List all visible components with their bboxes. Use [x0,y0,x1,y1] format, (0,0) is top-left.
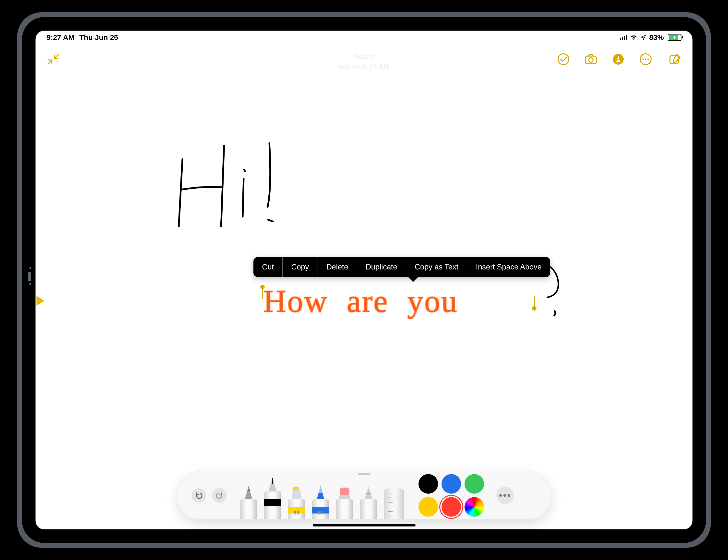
swatch-green[interactable] [465,474,484,494]
undo-button[interactable] [191,488,206,503]
ipad-bezel: 9:27 AM Thu Jun 25 [22,17,706,543]
svg-point-5 [643,59,644,60]
app-toolbar: Notes edited 9:27 AM [36,45,692,72]
screen: 9:27 AM Thu Jun 25 [36,31,692,529]
ctx-cut[interactable]: Cut [253,257,282,277]
tool-pen[interactable] [264,478,281,519]
toolbar-more-button[interactable]: ••• [496,487,514,504]
svg-point-6 [645,59,646,60]
svg-rect-10 [340,488,349,496]
compose-icon[interactable] [668,53,681,66]
tool-lasso[interactable] [360,486,377,519]
ctx-duplicate[interactable]: Duplicate [357,257,406,277]
tool-scribble[interactable]: A [240,486,257,519]
ctx-copy-as-text[interactable]: Copy as Text [406,257,467,277]
battery-percent: 83% [649,33,664,42]
checklist-icon[interactable] [557,53,570,66]
status-time: 9:27 AM [47,33,74,42]
pencilkit-toolbar[interactable]: A [177,471,552,520]
svg-point-0 [558,54,569,65]
ctx-copy[interactable]: Copy [283,257,317,277]
ctx-insert-space-above[interactable]: Insert Space Above [467,257,550,277]
swatch-red[interactable] [442,497,461,517]
tool-pencil[interactable]: 50 [312,486,329,519]
toolbar-grabber-icon[interactable] [358,473,370,475]
tool-highlighter[interactable]: 80 [288,486,305,519]
tool-ruler[interactable] [384,486,404,519]
camera-icon[interactable] [584,53,597,66]
camera-slot-icon [28,272,31,281]
stray-stroke[interactable] [540,261,564,317]
context-menu-caret-icon [408,277,418,282]
svg-rect-1 [585,56,596,64]
location-icon [640,35,646,40]
swatch-black[interactable] [418,474,438,494]
selection-end-handle[interactable] [532,306,537,310]
cellular-icon [620,35,627,40]
selection-start-stem-icon [262,289,263,299]
sidebar-peek-icon[interactable] [36,296,44,306]
battery-icon [668,34,681,41]
drawing-canvas[interactable]: Cut Copy Delete Duplicate Copy as Text I… [36,72,692,529]
status-date: Thu Jun 25 [79,33,118,42]
charging-icon [668,35,681,40]
handwriting-selected[interactable]: How are you [263,285,458,317]
context-menu: Cut Copy Delete Duplicate Copy as Text I… [253,257,550,277]
markup-icon[interactable] [612,53,625,66]
camera-dot-icon [29,267,31,269]
home-indicator[interactable] [313,524,416,526]
svg-point-7 [647,59,649,60]
note-header-ghost: Notes edited 9:27 AM [338,51,390,72]
redo-button[interactable] [212,488,227,503]
collapse-icon[interactable] [47,53,60,66]
svg-point-2 [589,58,593,62]
swatch-yellow[interactable] [418,497,438,517]
ipad-edge: 9:27 AM Thu Jun 25 [17,12,711,548]
swatch-color-picker[interactable] [465,497,484,517]
ipad-frame: 9:27 AM Thu Jun 25 [12,7,716,553]
swatch-blue[interactable] [442,474,461,494]
tool-eraser[interactable] [336,486,353,519]
handwriting-hi[interactable] [175,143,288,246]
more-icon[interactable] [639,53,652,66]
color-swatches [418,474,484,517]
camera-dot-icon [29,283,31,285]
tool-highlighter-size: 80 [288,510,305,516]
wifi-icon [630,35,637,40]
selection-end-stem-icon [534,296,535,306]
status-bar: 9:27 AM Thu Jun 25 [36,31,692,44]
tool-pencil-size: 50 [312,510,329,516]
ctx-delete[interactable]: Delete [318,257,357,277]
